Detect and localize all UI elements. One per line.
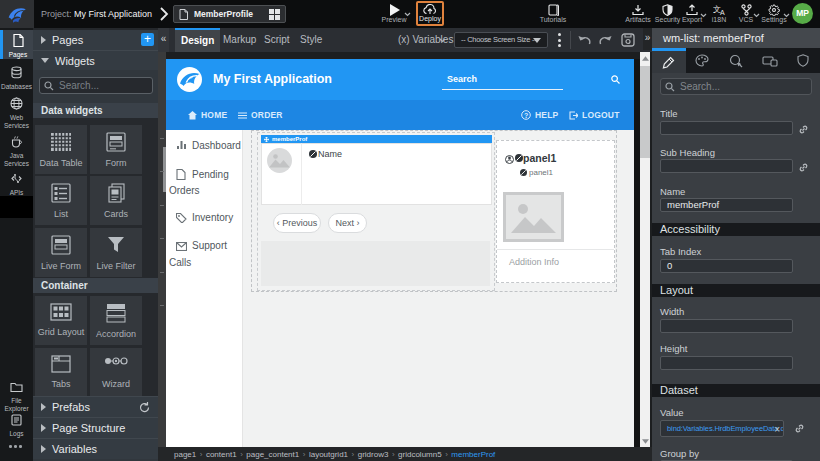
svg-text:A: A <box>720 9 725 16</box>
svg-text:?: ? <box>524 112 528 119</box>
